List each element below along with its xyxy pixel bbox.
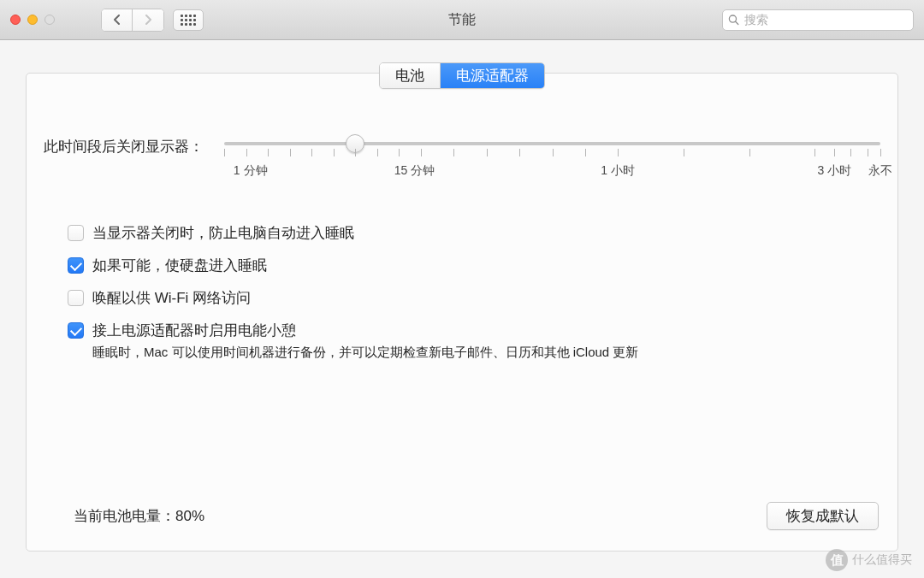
- search-icon: [728, 14, 739, 26]
- forward-button[interactable]: [133, 9, 163, 31]
- label-power-nap: 接上电源适配器时启用电能小憩: [92, 321, 296, 340]
- checkbox-prevent-sleep[interactable]: [68, 225, 84, 241]
- window-controls: [0, 15, 55, 25]
- display-sleep-row: 此时间段后关闭显示器：: [44, 133, 880, 180]
- window-title: 节能: [448, 11, 476, 29]
- search-input[interactable]: [744, 13, 908, 27]
- svg-line-1: [736, 21, 738, 24]
- chevron-left-icon: [113, 15, 121, 25]
- slider-labels: 1 分钟 15 分钟 1 小时 3 小时 永不: [224, 163, 880, 180]
- option-wake-wifi: 唤醒以供 Wi-Fi 网络访问: [44, 288, 880, 308]
- toolbar: 节能: [0, 0, 924, 40]
- maximize-window-button: [44, 15, 55, 25]
- grid-icon: [181, 15, 196, 26]
- settings-panel: 电池 电源适配器 此时间段后关闭显示器：: [26, 73, 898, 551]
- tick-3hr: 3 小时: [817, 163, 851, 179]
- nav-buttons: [101, 9, 164, 32]
- tick-1hr: 1 小时: [601, 163, 635, 179]
- display-sleep-label: 此时间段后关闭显示器：: [44, 133, 204, 156]
- watermark-badge: 值: [826, 549, 848, 571]
- tab-battery[interactable]: 电池: [380, 63, 441, 88]
- tick-15min: 15 分钟: [394, 163, 435, 179]
- panel-footer: 当前电池电量：80% 恢复成默认: [27, 502, 897, 530]
- option-power-nap: 接上电源适配器时启用电能小憩: [44, 321, 880, 340]
- tick-never: 永不: [868, 163, 892, 179]
- minimize-window-button[interactable]: [27, 15, 38, 25]
- label-prevent-sleep: 当显示器关闭时，防止电脑自动进入睡眠: [92, 223, 354, 243]
- tab-power-adapter[interactable]: 电源适配器: [441, 63, 544, 88]
- restore-defaults-button[interactable]: 恢复成默认: [767, 502, 879, 530]
- back-button[interactable]: [102, 9, 133, 31]
- content-area: 电池 电源适配器 此时间段后关闭显示器：: [0, 40, 924, 578]
- tick-1min: 1 分钟: [234, 163, 268, 179]
- search-field-wrap[interactable]: [722, 9, 914, 31]
- show-all-button[interactable]: [173, 9, 204, 31]
- label-disk-sleep: 如果可能，使硬盘进入睡眠: [92, 256, 267, 275]
- watermark-text: 什么值得买: [852, 552, 912, 568]
- option-prevent-sleep: 当显示器关闭时，防止电脑自动进入睡眠: [44, 223, 880, 243]
- option-disk-sleep: 如果可能，使硬盘进入睡眠: [44, 256, 880, 275]
- checkbox-power-nap[interactable]: [68, 322, 84, 339]
- display-sleep-slider[interactable]: 1 分钟 15 分钟 1 小时 3 小时 永不: [224, 133, 880, 180]
- chevron-right-icon: [144, 15, 152, 25]
- desc-power-nap: 睡眠时，Mac 可以使用时间机器进行备份，并可以定期检查新电子邮件、日历和其他 …: [92, 345, 880, 361]
- slider-track: [224, 142, 880, 145]
- close-window-button[interactable]: [10, 15, 21, 25]
- checkbox-wake-wifi[interactable]: [68, 290, 84, 306]
- label-wake-wifi: 唤醒以供 Wi-Fi 网络访问: [92, 288, 251, 308]
- battery-status: 当前电池电量：80%: [74, 506, 204, 526]
- watermark: 值 什么值得买: [826, 549, 912, 571]
- tab-control: 电池 电源适配器: [379, 62, 545, 89]
- checkbox-disk-sleep[interactable]: [68, 257, 84, 274]
- slider-ticks: [224, 149, 880, 158]
